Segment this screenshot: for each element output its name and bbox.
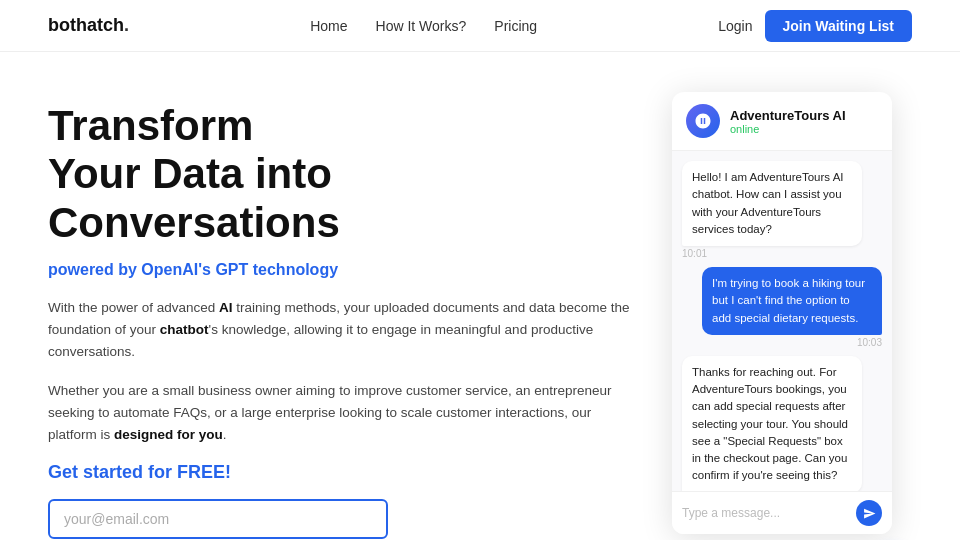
nav-links: Home How It Works? Pricing xyxy=(310,18,537,34)
message-3: Thanks for reaching out. For AdventureTo… xyxy=(682,356,882,491)
nav-link-how[interactable]: How It Works? xyxy=(376,18,467,34)
chat-input[interactable] xyxy=(682,506,856,520)
nav-link-pricing[interactable]: Pricing xyxy=(494,18,537,34)
hero-title: Transform Your Data into Conversations xyxy=(48,102,632,247)
logo: bothatch. xyxy=(48,15,129,36)
message-1-text: Hello! I am AdventureTours AI chatbot. H… xyxy=(682,161,862,246)
chat-agent-info: AdventureTours AI online xyxy=(730,108,846,135)
chat-card: AdventureTours AI online Hello! I am Adv… xyxy=(672,92,892,534)
message-3-text: Thanks for reaching out. For AdventureTo… xyxy=(682,356,862,491)
hero-cta: Get started for FREE! xyxy=(48,462,632,483)
email-input[interactable] xyxy=(48,499,388,539)
login-button[interactable]: Login xyxy=(718,18,752,34)
hero-section: Transform Your Data into Conversations p… xyxy=(48,92,632,540)
hero-desc-2: Whether you are a small business owner a… xyxy=(48,380,632,447)
message-2-text: I'm trying to book a hiking tour but I c… xyxy=(702,267,882,335)
chat-preview-section: AdventureTours AI online Hello! I am Adv… xyxy=(672,92,912,540)
nav-link-home[interactable]: Home xyxy=(310,18,347,34)
chat-messages: Hello! I am AdventureTours AI chatbot. H… xyxy=(672,151,892,491)
hero-subtitle: powered by OpenAI's GPT technology xyxy=(48,261,632,279)
hero-desc-1: With the power of advanced AI training m… xyxy=(48,297,632,364)
chat-send-button[interactable] xyxy=(856,500,882,526)
message-1-time: 10:01 xyxy=(682,248,882,259)
message-2: I'm trying to book a hiking tour but I c… xyxy=(682,267,882,348)
navbar: bothatch. Home How It Works? Pricing Log… xyxy=(0,0,960,52)
chat-input-row xyxy=(672,491,892,534)
message-1: Hello! I am AdventureTours AI chatbot. H… xyxy=(682,161,882,259)
message-2-time: 10:03 xyxy=(857,337,882,348)
chat-agent-status: online xyxy=(730,123,846,135)
chat-agent-name: AdventureTours AI xyxy=(730,108,846,123)
join-waiting-list-nav-button[interactable]: Join Waiting List xyxy=(765,10,912,42)
chat-avatar xyxy=(686,104,720,138)
nav-actions: Login Join Waiting List xyxy=(718,10,912,42)
chat-header: AdventureTours AI online xyxy=(672,92,892,151)
